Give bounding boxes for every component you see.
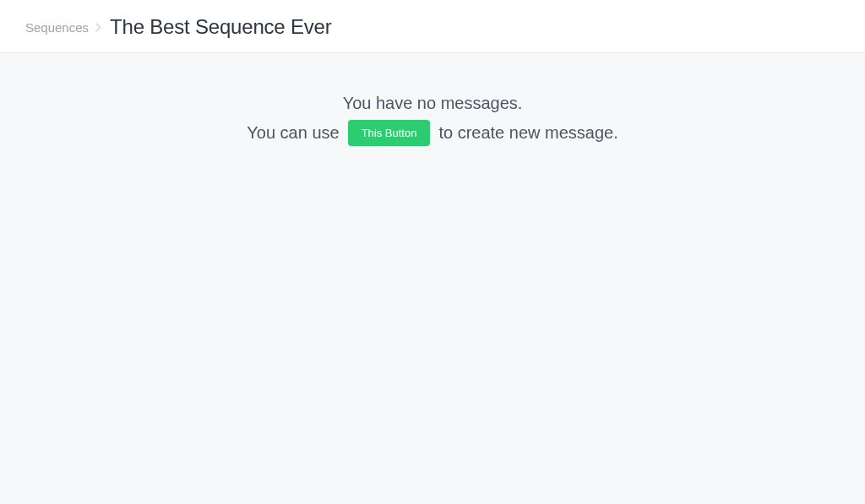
empty-state-heading: You have no messages. — [0, 94, 865, 113]
chevron-right-icon — [95, 23, 101, 32]
page-title: The Best Sequence Ever — [110, 15, 331, 39]
empty-state-prefix-text: You can use — [247, 123, 339, 143]
breadcrumb-parent-link[interactable]: Sequences — [25, 20, 89, 35]
empty-state: You have no messages. You can use This B… — [0, 53, 865, 146]
empty-state-suffix-text: to create new message. — [438, 123, 617, 143]
breadcrumb: Sequences The Best Sequence Ever — [0, 0, 865, 53]
create-message-button[interactable]: This Button — [348, 120, 431, 146]
empty-state-action-row: You can use This Button to create new me… — [0, 120, 865, 146]
